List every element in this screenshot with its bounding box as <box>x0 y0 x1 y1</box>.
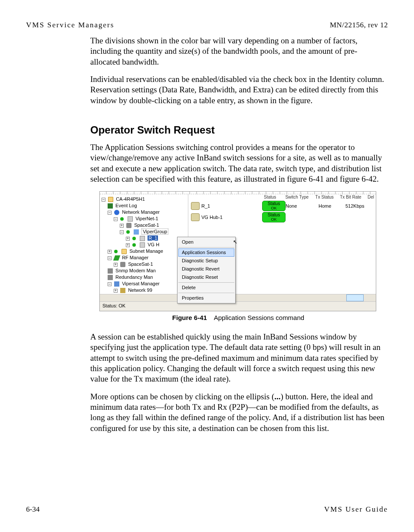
menu-item-delete[interactable]: Delete <box>178 284 234 292</box>
header-tx-bitrate[interactable]: Tx Bit Rate <box>338 194 366 200</box>
computer-icon <box>108 197 113 202</box>
cell-switch-type: None <box>286 203 319 209</box>
footer-page-number: 6-34 <box>26 505 39 514</box>
satellite-icon <box>120 262 125 267</box>
eventlog-icon <box>108 203 113 209</box>
modem-icon <box>108 268 113 274</box>
menu-item-application-sessions[interactable]: Application Sessions ↖ <box>178 248 234 257</box>
menu-separator <box>178 247 234 248</box>
status-dot-icon <box>132 243 136 247</box>
section-heading: Operator Switch Request <box>90 124 386 136</box>
header-left: VMS Service Managers <box>26 21 114 29</box>
collapse-icon[interactable]: − <box>120 230 124 234</box>
collapse-icon[interactable]: − <box>114 217 118 221</box>
menu-item-diagnostic-revert[interactable]: Diagnostic Revert <box>178 265 234 273</box>
tree-label: ViperGroup <box>141 228 168 235</box>
device-icon <box>191 202 200 210</box>
page-footer: 6-34 VMS User Guide <box>26 505 388 514</box>
tree-label: Redundancy Man <box>115 274 153 280</box>
menu-item-diagnostic-reset[interactable]: Diagnostic Reset <box>178 273 234 281</box>
tree-label: CA-4R4P5H1 <box>116 196 145 202</box>
section-para-1: The Application Sessions switching contr… <box>90 142 386 184</box>
device-icon <box>140 236 145 241</box>
scroll-thumb[interactable] <box>346 294 364 301</box>
tree-node-network99[interactable]: + Network 99 <box>114 287 187 294</box>
tree-node-spacesat-a[interactable]: + SpaceSat-1 <box>120 222 187 228</box>
device-icon <box>140 242 145 248</box>
network-icon <box>120 288 125 293</box>
menu-item-properties[interactable]: Properties <box>178 294 234 302</box>
tree-node-snmp[interactable]: Snmp Modem Man <box>108 268 187 274</box>
expand-icon[interactable]: + <box>108 250 112 254</box>
tree-label: ViperNet-1 <box>135 216 158 221</box>
expand-icon[interactable]: + <box>114 263 118 267</box>
list-item[interactable]: R_1 Status OK None Home 512K <box>188 200 376 212</box>
context-menu: Open Application Sessions ↖ Diagnostic S… <box>177 237 236 304</box>
list-headers: Status Switch Type Tx Status Tx Bit Rate… <box>262 194 376 200</box>
figure-6-41: − CA-4R4P5H1 Event Log <box>99 191 377 321</box>
status-badge: Status OK <box>262 212 286 222</box>
tree-node-root[interactable]: − CA-4R4P5H1 Event Log <box>102 196 187 294</box>
intro-para-1: The divisions shown in the color bar wil… <box>90 36 386 67</box>
app-window: − CA-4R4P5H1 Event Log <box>99 191 376 311</box>
tree-pane[interactable]: − CA-4R4P5H1 Event Log <box>100 194 188 294</box>
tree: − CA-4R4P5H1 Event Log <box>101 196 187 294</box>
menu-separator <box>178 293 234 293</box>
status-dot-icon <box>126 230 130 234</box>
rf-icon <box>113 255 120 261</box>
device-icon <box>128 216 133 222</box>
more-options-para: More options can be chosen by clicking o… <box>90 392 386 434</box>
tree-node-eventlog[interactable]: Event Log <box>108 202 187 209</box>
tree-label: Network 99 <box>128 287 152 293</box>
more-options-pre: More options can be chosen by clicking o… <box>90 392 274 401</box>
horizontal-scrollbar[interactable] <box>100 294 376 301</box>
tree-node-vipersat-manager[interactable]: − Vipersat Manager + Network <box>108 281 187 294</box>
tree-label: Network Manager <box>122 209 160 215</box>
expand-icon[interactable]: + <box>126 237 130 241</box>
tree-node-rf-manager[interactable]: − RF Manager + SpaceSat-1 <box>108 255 187 268</box>
tree-label: SpaceSat-1 <box>128 261 153 267</box>
tree-label: Subnet Manage <box>129 248 163 254</box>
collapse-icon[interactable]: − <box>102 198 105 202</box>
header-status[interactable]: Status <box>262 194 283 200</box>
menu-item-label: Application Sessions <box>182 250 226 255</box>
status-dot-icon <box>114 250 118 253</box>
redundancy-icon <box>108 275 113 280</box>
header-del[interactable]: Del <box>366 194 376 200</box>
tree-label: Snmp Modem Man <box>115 268 156 273</box>
tree-node-network-manager[interactable]: − Network Manager − <box>108 209 187 248</box>
collapse-icon[interactable]: − <box>108 282 112 286</box>
expand-icon[interactable]: + <box>114 289 118 293</box>
menu-item-open[interactable]: Open <box>178 238 234 246</box>
tree-node-spacesat-b[interactable]: + SpaceSat-1 <box>114 261 187 268</box>
header-switch-type[interactable]: Switch Type <box>283 194 313 200</box>
status-dot-icon <box>120 217 124 221</box>
figure-caption: Figure 6-41 Application Sessions command <box>99 314 377 321</box>
menu-item-diagnostic-setup[interactable]: Diagnostic Setup <box>178 257 234 265</box>
list-item[interactable]: VG Hub-1 Status OK <box>188 212 376 223</box>
expand-icon[interactable]: + <box>120 224 124 228</box>
tree-node-redundancy[interactable]: Redundancy Man <box>108 274 187 281</box>
footer-doc-title: VMS User Guide <box>324 505 388 514</box>
tree-label: Event Log <box>115 203 137 208</box>
globe-icon <box>114 210 119 215</box>
collapse-icon[interactable]: − <box>108 211 112 215</box>
status-top: Status <box>268 212 280 217</box>
tree-node-subnet-manager[interactable]: + Subnet Manage <box>108 248 187 255</box>
figure-number: Figure 6-41 <box>172 314 207 321</box>
tree-label: RF Manager <box>122 255 148 260</box>
collapse-icon[interactable]: − <box>108 256 112 260</box>
expand-icon[interactable]: + <box>126 243 130 247</box>
tree-label-selected: R_1 <box>148 235 158 241</box>
satellite-icon <box>126 223 131 228</box>
after-figure-para-1: A session can be established quickly usi… <box>90 332 386 385</box>
tree-node-vipernet[interactable]: − ViperNet-1 + <box>114 215 187 248</box>
tree-label: Vipersat Manager <box>122 281 160 286</box>
status-bottom: OK <box>263 217 285 222</box>
item-name: R_1 <box>201 203 210 209</box>
status-dot-icon <box>132 237 136 240</box>
item-name: VG Hub-1 <box>201 215 223 220</box>
header-right: MN/22156, rev 12 <box>330 21 388 29</box>
intro-para-2: Individual reservations can be enabled/d… <box>90 74 386 106</box>
header-tx-status[interactable]: Tx Status <box>314 194 338 200</box>
